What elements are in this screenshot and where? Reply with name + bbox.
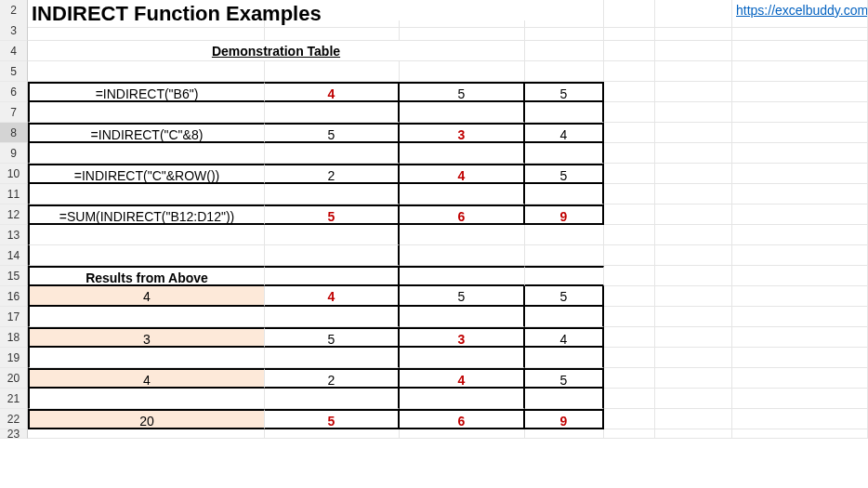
cell[interactable]: [400, 245, 525, 266]
row-header[interactable]: 3: [0, 20, 28, 41]
cell[interactable]: [28, 225, 265, 245]
cell[interactable]: [655, 368, 732, 389]
cell[interactable]: [265, 225, 400, 245]
cell-formula[interactable]: =INDIRECT("C"&8): [28, 123, 265, 143]
cell[interactable]: [28, 389, 265, 409]
cell[interactable]: [28, 143, 265, 164]
cell-result[interactable]: 4: [28, 368, 265, 389]
cell[interactable]: [400, 143, 525, 164]
cell[interactable]: [732, 389, 868, 409]
cell[interactable]: [265, 20, 400, 41]
cell[interactable]: [732, 307, 868, 327]
cell-value[interactable]: 5: [400, 286, 525, 307]
cell[interactable]: [655, 307, 732, 327]
cell-value[interactable]: 5: [525, 164, 604, 184]
row-header[interactable]: 15: [0, 266, 28, 286]
row-header[interactable]: 20: [0, 368, 28, 389]
cell[interactable]: [28, 184, 265, 204]
cell-value[interactable]: 2: [265, 368, 400, 389]
cell[interactable]: [525, 225, 604, 245]
cell[interactable]: [604, 327, 655, 348]
cell[interactable]: [732, 409, 868, 429]
cell[interactable]: [732, 164, 868, 184]
cell[interactable]: [732, 82, 868, 102]
cell[interactable]: [28, 429, 265, 439]
cell[interactable]: [655, 348, 732, 368]
row-header[interactable]: 7: [0, 102, 28, 123]
cell[interactable]: [28, 20, 265, 41]
cell[interactable]: [655, 82, 732, 102]
row-header[interactable]: 11: [0, 184, 28, 204]
cell[interactable]: [655, 164, 732, 184]
cell[interactable]: [525, 20, 604, 41]
cell[interactable]: [400, 389, 525, 409]
cell[interactable]: [28, 102, 265, 123]
cell[interactable]: [400, 61, 525, 82]
cell-formula[interactable]: =INDIRECT("B6"): [28, 82, 265, 102]
cell[interactable]: [655, 266, 732, 286]
cell-value[interactable]: 4: [400, 368, 525, 389]
cell[interactable]: [525, 307, 604, 327]
cell-value[interactable]: 5: [525, 82, 604, 102]
cell-value[interactable]: 4: [525, 123, 604, 143]
cell[interactable]: [400, 20, 525, 41]
cell[interactable]: [732, 41, 868, 61]
cell-value[interactable]: 4: [265, 82, 400, 102]
cell[interactable]: [604, 368, 655, 389]
row-header[interactable]: 6: [0, 82, 28, 102]
cell[interactable]: [28, 245, 265, 266]
cell[interactable]: [732, 286, 868, 307]
cell[interactable]: [732, 348, 868, 368]
cell[interactable]: [732, 102, 868, 123]
cell-value[interactable]: 5: [265, 204, 400, 225]
cell[interactable]: [28, 307, 265, 327]
cell[interactable]: [400, 225, 525, 245]
cell-formula[interactable]: =INDIRECT("C"&ROW()): [28, 164, 265, 184]
cell[interactable]: [655, 184, 732, 204]
cell[interactable]: [604, 348, 655, 368]
cell[interactable]: [604, 429, 655, 439]
cell-value[interactable]: 4: [525, 327, 604, 348]
cell-value[interactable]: 5: [525, 368, 604, 389]
cell-value[interactable]: 2: [265, 164, 400, 184]
cell-value[interactable]: 3: [400, 123, 525, 143]
cell[interactable]: [655, 102, 732, 123]
cell-result[interactable]: 4: [28, 286, 265, 307]
cell-value[interactable]: 9: [525, 409, 604, 429]
cell[interactable]: [400, 348, 525, 368]
cell[interactable]: [604, 266, 655, 286]
cell[interactable]: [732, 204, 868, 225]
cell[interactable]: [732, 429, 868, 439]
cell[interactable]: [604, 41, 655, 61]
cell[interactable]: [265, 245, 400, 266]
cell[interactable]: [655, 143, 732, 164]
cell[interactable]: [265, 61, 400, 82]
cell[interactable]: [604, 389, 655, 409]
cell[interactable]: [525, 348, 604, 368]
row-header[interactable]: 13: [0, 225, 28, 245]
cell-value[interactable]: 5: [265, 123, 400, 143]
cell[interactable]: [525, 429, 604, 439]
cell[interactable]: [655, 204, 732, 225]
cell[interactable]: [265, 266, 400, 286]
cell[interactable]: [400, 266, 525, 286]
cell[interactable]: [604, 143, 655, 164]
cell[interactable]: [732, 368, 868, 389]
cell[interactable]: [604, 307, 655, 327]
cell[interactable]: [604, 82, 655, 102]
cell[interactable]: [732, 123, 868, 143]
cell[interactable]: [604, 245, 655, 266]
cell[interactable]: [655, 286, 732, 307]
cell[interactable]: [604, 102, 655, 123]
cell-value[interactable]: 9: [525, 204, 604, 225]
cell-formula[interactable]: =SUM(INDIRECT("B12:D12")): [28, 204, 265, 225]
cell-value[interactable]: 6: [400, 409, 525, 429]
row-header[interactable]: 16: [0, 286, 28, 307]
cell[interactable]: [655, 245, 732, 266]
row-header[interactable]: 17: [0, 307, 28, 327]
cell[interactable]: [604, 20, 655, 41]
cell[interactable]: [655, 409, 732, 429]
cell[interactable]: [655, 389, 732, 409]
cell[interactable]: [525, 61, 604, 82]
cell-value[interactable]: 4: [400, 164, 525, 184]
